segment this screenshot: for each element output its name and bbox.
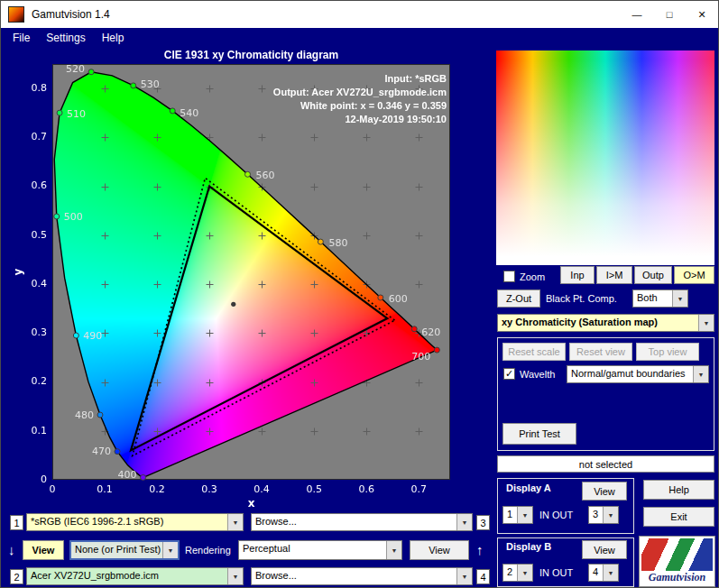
close-button[interactable]: ✕ [686,1,718,28]
chart-annotations: Input: *sRGB Output: Acer XV272U_srgbmod… [273,72,447,126]
display-b-in-select[interactable]: 2 ▼ [502,564,533,582]
rendering-intent-value: Perceptual [239,541,386,559]
saturation-map [496,51,714,265]
exit-button[interactable]: Exit [643,507,714,527]
print-test-select[interactable]: None (or Print Test) ▼ [69,540,180,560]
menu-help[interactable]: Help [94,30,133,46]
display-b-in-value: 2 [503,565,517,581]
dropdown-arrow-icon: ▼ [227,514,243,530]
dropdown-arrow-icon: ▼ [672,290,687,307]
display-a-title: Display A [506,482,551,493]
output-to-monitor-button[interactable]: O>M [674,266,714,284]
wavelength-checkbox[interactable]: ✓ [503,368,515,380]
chart-figure: CIE 1931 xy Chromaticity diagram Input: … [8,48,488,510]
dropdown-arrow-icon: ▼ [603,507,618,523]
input-profile-value: *sRGB (IEC6 1996-2.1 sRGB) [27,514,227,530]
rendering-intent-select[interactable]: Perceptual ▼ [238,540,402,560]
dropdown-arrow-icon: ▼ [603,565,618,581]
status-selection: not selected [497,455,714,473]
dropdown-arrow-icon: ▼ [386,541,401,559]
annotation-output: Output: Acer XV272U_srgbmode.icm [273,86,447,99]
outp-button[interactable]: Outp [634,266,672,284]
input-to-monitor-button[interactable]: I>M [596,266,632,284]
gamut-boundaries-select[interactable]: Normal/gamut boundaries ▼ [567,365,709,383]
display-b-view-button[interactable]: View [582,540,627,559]
z-out-button[interactable]: Z-Out [497,289,540,308]
dropdown-arrow-icon: ▼ [162,542,178,558]
display-mode-value: xy Chromaticity (Saturation map) [498,315,698,331]
menu-bar: File Settings Help [1,28,718,48]
display-b-out-select[interactable]: 4 ▼ [588,564,619,582]
output-index-label: 2 [10,569,23,584]
title-bar: Gamutvision 1.4 — □ ✕ [1,1,718,28]
input-browse-value: Browse... [252,514,456,530]
dropdown-arrow-icon: ▼ [698,315,714,331]
view-input-button[interactable]: View [23,540,64,560]
display-b-out-value: 4 [589,565,603,581]
rendering-label: Rendering [185,545,231,556]
window-title: Gamutvision 1.4 [32,8,110,21]
down-arrow-icon: ↓ [8,542,15,557]
display-mode-select[interactable]: xy Chromaticity (Saturation map) ▼ [497,314,714,332]
top-view-button: Top view [636,343,699,361]
display-b-inout-label: IN OUT [539,567,573,578]
display-a-in-select[interactable]: 1 ▼ [502,506,533,524]
black-pt-comp-value: Both [633,290,672,307]
inp-button[interactable]: Inp [560,266,595,284]
output-browse-select[interactable]: Browse... ▼ [251,567,473,585]
gamut-boundaries-value: Normal/gamut boundaries [567,366,693,382]
dropdown-arrow-icon: ▼ [517,507,532,523]
annotation-datetime: 12-May-2019 19:50:10 [273,113,447,126]
print-test-select-value: None (or Print Test) [71,542,162,558]
dropdown-arrow-icon: ▼ [456,568,472,584]
display-a-inout-label: IN OUT [539,510,573,520]
display-a-in-value: 1 [503,507,517,523]
output-browse-value: Browse... [252,568,456,584]
reset-scale-button: Reset scale [502,343,566,361]
dropdown-arrow-icon: ▼ [456,514,472,530]
annotation-whitepoint: White point: x = 0.346 y = 0.359 [273,99,447,113]
display-a-out-value: 3 [589,507,603,523]
logo-text: Gamutvision [640,571,714,584]
dropdown-arrow-icon: ▼ [227,568,243,584]
minimize-button[interactable]: — [621,1,653,28]
output-profile-select[interactable]: Acer XV272U_srgbmode.icm ▼ [26,567,244,585]
input-index-label: 1 [10,515,23,530]
display-b-title: Display B [506,541,551,552]
input-browse-select[interactable]: Browse... ▼ [251,513,473,531]
reset-view-button: Reset view [569,343,632,361]
app-window: Gamutvision 1.4 — □ ✕ File Settings Help… [0,0,719,588]
zoom-checkbox[interactable] [503,271,515,282]
help-button[interactable]: Help [643,480,714,500]
view-output-button[interactable]: View [410,540,469,560]
dropdown-arrow-icon: ▼ [517,565,532,581]
window-controls: — □ ✕ [621,1,718,28]
annotation-input: Input: *sRGB [273,72,447,86]
output-profile-value: Acer XV272U_srgbmode.icm [27,568,227,584]
display-a-out-select[interactable]: 3 ▼ [588,506,619,524]
right-index-bottom-label: 4 [476,569,490,584]
chart-title: CIE 1931 xy Chromaticity diagram [52,49,450,61]
maximize-button[interactable]: □ [653,1,686,28]
display-a-view-button[interactable]: View [582,482,627,501]
black-pt-comp-label: Black Pt. Comp. [546,293,617,304]
logo-stripes-icon [641,538,713,571]
up-arrow-icon: ↑ [476,542,484,557]
app-icon [8,6,24,23]
wavelength-label: Wavelth [520,369,555,380]
menu-file[interactable]: File [5,30,38,46]
input-profile-select[interactable]: *sRGB (IEC6 1996-2.1 sRGB) ▼ [26,513,244,531]
right-index-top-label: 3 [476,515,490,530]
gamutvision-logo: Gamutvision [639,536,715,587]
print-test-button[interactable]: Print Test [502,423,576,445]
black-pt-comp-select[interactable]: Both ▼ [632,289,688,308]
dropdown-arrow-icon: ▼ [693,366,708,382]
zoom-label: Zoom [520,271,545,282]
menu-settings[interactable]: Settings [38,30,93,46]
